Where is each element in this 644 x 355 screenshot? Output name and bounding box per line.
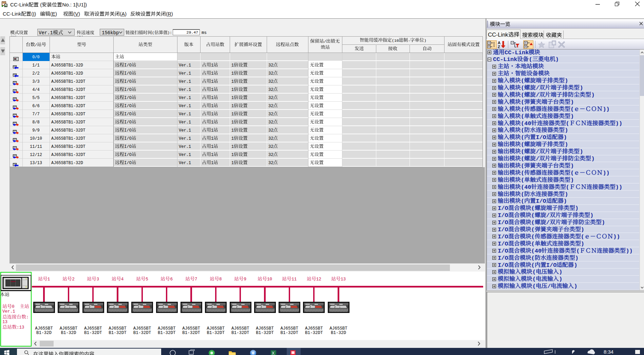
- svg-text:X: X: [272, 351, 274, 355]
